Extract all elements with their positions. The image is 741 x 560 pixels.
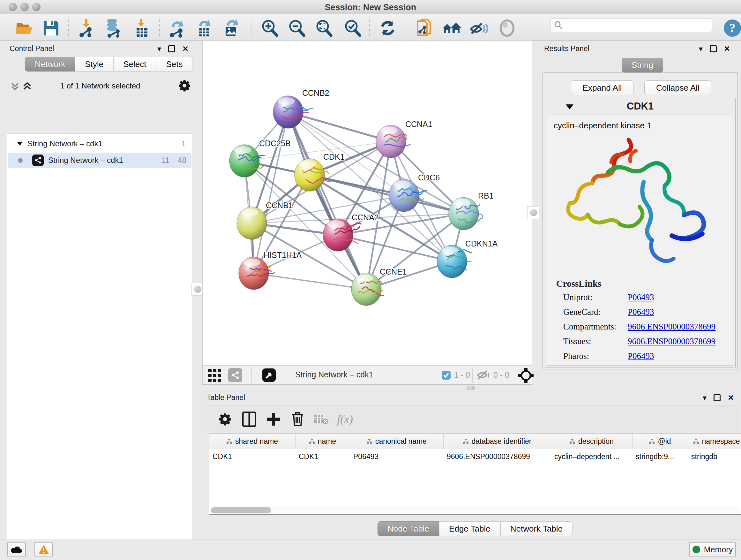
open-session-icon[interactable]	[14, 18, 34, 38]
zoom-selected-icon[interactable]	[342, 18, 363, 38]
column-type-icon	[569, 439, 575, 444]
add-column-icon[interactable]	[265, 410, 282, 428]
tab-sets[interactable]: Sets	[156, 57, 192, 71]
birds-eye-view-icon[interactable]	[262, 368, 276, 382]
tab-edge-table[interactable]: Edge Table	[439, 521, 500, 536]
import-network-database-icon[interactable]	[103, 18, 124, 38]
crosslink-link[interactable]: 9606.ENSP00000378699	[628, 322, 716, 332]
export-network-file-icon[interactable]	[167, 18, 187, 38]
scrollbar-thumb[interactable]	[211, 507, 271, 513]
tab-node-table[interactable]: Node Table	[378, 521, 439, 536]
column-header-shared-name[interactable]: shared name	[209, 434, 295, 449]
crosslink-link[interactable]: P06493	[628, 351, 654, 361]
tab-network-table[interactable]: Network Table	[500, 521, 572, 536]
cell-canonical-name[interactable]: P06493	[353, 452, 441, 461]
network-row-selected[interactable]: String Network – cdk1 11 48	[8, 152, 192, 168]
column-header-namespace[interactable]: namespace	[688, 434, 741, 449]
network-edge[interactable]	[288, 112, 366, 289]
panel-float-menu-icon[interactable]: ▾	[157, 45, 161, 53]
cell-database-identifier[interactable]: 9606.ENSP00000378699	[447, 452, 549, 461]
string-home-icon[interactable]	[442, 18, 462, 38]
network-node-CDK1[interactable]	[294, 159, 331, 191]
expand-all-button[interactable]: Expand All	[571, 80, 633, 95]
table-settings-gear-icon[interactable]	[216, 410, 234, 428]
warning-icon	[38, 545, 49, 554]
collection-expand-icon[interactable]	[17, 141, 23, 146]
export-image-icon[interactable]	[221, 18, 242, 38]
zoom-out-icon[interactable]	[286, 18, 307, 38]
crosslink-link[interactable]: P06493	[628, 307, 654, 317]
panel-float-menu-icon[interactable]: ▾	[699, 45, 703, 53]
cell-@id[interactable]: stringdb:9...	[636, 452, 685, 461]
network-node-CCNA2[interactable]	[323, 219, 361, 251]
panel-close-icon[interactable]: ✕	[182, 45, 189, 53]
selected-count: 1 - 0	[454, 370, 470, 380]
memory-button[interactable]: Memory	[689, 543, 736, 557]
network-share-view-icon[interactable]	[228, 368, 242, 382]
grid-view-icon[interactable]	[208, 369, 222, 383]
network-edge[interactable]	[254, 112, 288, 273]
zoom-fit-icon[interactable]	[314, 18, 334, 38]
search-input[interactable]	[550, 18, 712, 32]
network-collection-row[interactable]: String Network – cdk1 1	[8, 136, 192, 151]
window-title: Session: New Session	[0, 3, 741, 12]
column-header-name[interactable]: name	[295, 434, 350, 449]
hide-glass-pane-icon[interactable]	[469, 18, 489, 38]
tab-network[interactable]: Network	[25, 57, 75, 71]
cell-name[interactable]: CDK1	[299, 452, 347, 461]
import-network-file-icon[interactable]	[76, 18, 96, 38]
network-node-CDKN1A[interactable]	[437, 245, 472, 278]
network-node-CDC6[interactable]	[389, 179, 426, 212]
selected-checkbox-icon[interactable]	[441, 370, 451, 380]
network-selection-status: 1 of 1 Network selected	[3, 81, 198, 90]
crosslink-link[interactable]: 9606.ENSP00000378699	[628, 336, 716, 347]
tab-string[interactable]: String	[622, 58, 663, 72]
network-edge[interactable]	[310, 175, 464, 213]
warning-button[interactable]	[35, 543, 53, 557]
network-node-CCNA1[interactable]	[376, 125, 410, 158]
help-icon[interactable]: ?	[722, 18, 741, 38]
cell-description[interactable]: cyclin–dependent ...	[554, 452, 630, 461]
column-header-@id[interactable]: @id	[632, 434, 688, 449]
cell-namespace[interactable]: stringdb	[691, 452, 741, 461]
panel-float-icon[interactable]	[714, 394, 721, 401]
cloud-button[interactable]	[7, 543, 26, 557]
delete-column-trash-icon[interactable]	[289, 410, 307, 428]
tab-select[interactable]: Select	[113, 57, 156, 71]
network-node-RB1[interactable]	[449, 197, 483, 230]
cell-shared-name[interactable]: CDK1	[212, 452, 293, 461]
fit-content-crosshair-icon[interactable]	[518, 368, 534, 383]
share-document-icon[interactable]	[414, 18, 434, 38]
zoom-in-icon[interactable]	[259, 18, 280, 38]
crosslink-link[interactable]: P06493	[628, 293, 654, 302]
import-table-file-icon[interactable]	[132, 18, 152, 38]
network-node-CCNB1[interactable]	[237, 207, 267, 240]
column-header-database-identifier[interactable]: database identifier	[444, 434, 551, 449]
network-options-gear-icon[interactable]	[179, 79, 191, 91]
collapse-all-button[interactable]: Collapse All	[644, 80, 711, 95]
show-glass-pane-icon[interactable]	[497, 18, 517, 38]
panel-close-icon[interactable]: ✕	[724, 45, 730, 53]
save-session-icon[interactable]	[41, 18, 61, 38]
section-title: CDK1	[545, 101, 735, 112]
network-node-HIST1H1A[interactable]	[239, 257, 274, 290]
table-horizontal-scrollbar[interactable]	[210, 506, 740, 514]
column-header-description[interactable]: description	[551, 434, 632, 449]
panel-close-icon[interactable]: ✕	[728, 394, 734, 401]
node-table[interactable]: shared namenamecanonical namedatabase id…	[209, 434, 741, 515]
delete-table-icon	[313, 410, 330, 428]
horizontal-splitter-handle[interactable]	[467, 386, 475, 390]
panel-float-icon[interactable]	[710, 45, 717, 52]
refresh-icon[interactable]	[378, 18, 398, 38]
panel-float-icon[interactable]	[168, 45, 175, 52]
network-node-CCNE1[interactable]	[351, 273, 384, 306]
right-splitter-handle[interactable]	[527, 206, 540, 219]
show-columns-icon[interactable]	[240, 410, 258, 428]
network-edge[interactable]	[254, 273, 366, 289]
tab-style[interactable]: Style	[75, 57, 113, 71]
network-graph[interactable]: CCNB2CCNA1CDC25BCDK1CDC6RB1CCNB1CCNA2CDK…	[202, 41, 532, 365]
export-table-file-icon[interactable]	[194, 18, 214, 38]
column-header-canonical-name[interactable]: canonical name	[350, 434, 444, 449]
function-builder-icon: f(x)	[336, 410, 354, 428]
panel-float-menu-icon[interactable]: ▾	[703, 394, 706, 401]
